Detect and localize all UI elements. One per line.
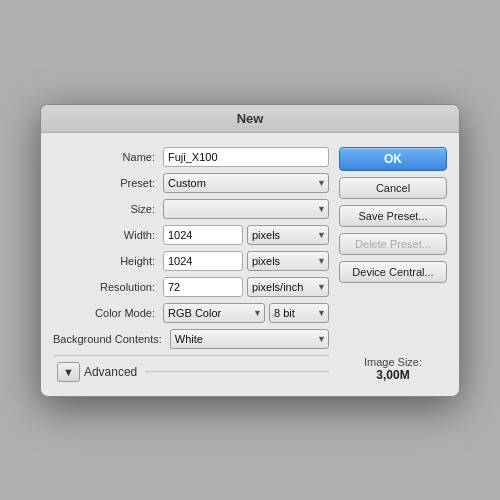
name-label: Name: [53, 151, 163, 163]
right-panel: OK Cancel Save Preset... Delete Preset..… [339, 147, 447, 382]
size-select[interactable] [163, 199, 329, 219]
name-input[interactable] [163, 147, 329, 167]
width-unit-select[interactable]: pixels inches cm [247, 225, 329, 245]
width-input[interactable] [163, 225, 243, 245]
delete-preset-button[interactable]: Delete Preset... [339, 233, 447, 255]
image-size-value: 3,00M [339, 368, 447, 382]
resolution-input[interactable] [163, 277, 243, 297]
background-label: Background Contents: [53, 333, 170, 345]
advanced-label: Advanced [84, 365, 137, 379]
width-label: Width: [53, 229, 163, 241]
image-size-label: Image Size: [339, 356, 447, 368]
height-label: Height: [53, 255, 163, 267]
advanced-arrow-icon: ▼ [63, 366, 74, 378]
bit-depth-select[interactable]: 8 bit 16 bit 32 bit [269, 303, 329, 323]
size-label: Size: [53, 203, 163, 215]
height-unit-select[interactable]: pixels inches cm [247, 251, 329, 271]
image-size-box: Image Size: 3,00M [339, 348, 447, 382]
colormode-row: Color Mode: RGB Color CMYK Color Graysca… [53, 303, 329, 323]
background-row: Background Contents: White Background Co… [53, 329, 329, 349]
preset-label: Preset: [53, 177, 163, 189]
dialog-title: New [41, 105, 459, 133]
preset-row: Preset: Custom Default Photoshop Size Le… [53, 173, 329, 193]
colormode-select[interactable]: RGB Color CMYK Color Grayscale [163, 303, 265, 323]
device-central-button[interactable]: Device Central... [339, 261, 447, 283]
cancel-button[interactable]: Cancel [339, 177, 447, 199]
advanced-divider-line [145, 371, 329, 372]
advanced-row: ▼ Advanced [53, 362, 329, 382]
ok-button[interactable]: OK [339, 147, 447, 171]
left-panel: Name: Preset: Custom Default Photoshop S… [53, 147, 329, 382]
resolution-label: Resolution: [53, 281, 163, 293]
advanced-toggle-button[interactable]: ▼ [57, 362, 80, 382]
height-input[interactable] [163, 251, 243, 271]
height-row: Height: pixels inches cm ▼ [53, 251, 329, 271]
background-select[interactable]: White Background Color Transparent [170, 329, 329, 349]
name-row: Name: [53, 147, 329, 167]
width-row: Width: pixels inches cm ▼ [53, 225, 329, 245]
size-row: Size: ▼ [53, 199, 329, 219]
save-preset-button[interactable]: Save Preset... [339, 205, 447, 227]
preset-select[interactable]: Custom Default Photoshop Size Letter [163, 173, 329, 193]
divider [53, 355, 329, 356]
resolution-row: Resolution: pixels/inch pixels/cm ▼ [53, 277, 329, 297]
colormode-label: Color Mode: [53, 307, 163, 319]
resolution-unit-select[interactable]: pixels/inch pixels/cm [247, 277, 329, 297]
new-dialog: New Name: Preset: Custom Default Photosh… [40, 104, 460, 397]
